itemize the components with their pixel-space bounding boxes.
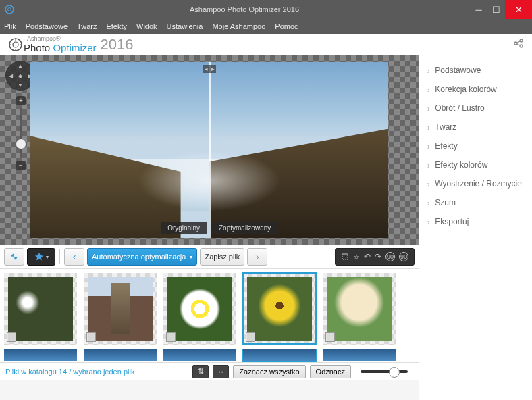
zoom-in-button[interactable]: + [16, 96, 26, 105]
thumbnail[interactable] [84, 349, 157, 361]
status-text: Pliki w katalogu 14 / wybrano jeden plik [5, 368, 134, 376]
thumbnail[interactable] [4, 273, 77, 345]
cat-eksportuj[interactable]: ›Eksportuj [419, 212, 532, 231]
save-file-button[interactable]: Zapisz plik [200, 248, 244, 266]
chevron-right-icon: › [427, 141, 429, 151]
svg-point-4 [514, 42, 517, 45]
svg-point-1 [8, 8, 11, 11]
cat-obrot[interactable]: ›Obrót / Lustro [419, 99, 532, 118]
cat-szum[interactable]: ›Szum [419, 193, 532, 212]
thumb-size-slider[interactable] [361, 370, 408, 373]
chevron-right-icon: › [427, 198, 429, 207]
zoom-out-button[interactable]: − [16, 161, 26, 170]
menu-podstawowe[interactable]: Podstawowe [26, 22, 68, 30]
chevron-right-icon: › [427, 84, 429, 94]
window-title: Ashampoo Photo Optimizer 2016 [19, 5, 470, 14]
zoom-handle[interactable] [16, 139, 26, 149]
thumbnail[interactable] [323, 349, 396, 361]
undo-icon[interactable]: ↶ [364, 252, 371, 261]
thumb-checkbox[interactable] [86, 332, 96, 342]
chevron-right-icon: › [427, 103, 429, 113]
cat-wyostrzenie[interactable]: ›Wyostrzenie / Rozmycie [419, 174, 532, 193]
rotate-right-icon[interactable]: 90 [399, 252, 408, 261]
logo-year: 2016 [101, 36, 134, 53]
cat-korekcja[interactable]: ›Korekcja kolorów [419, 80, 532, 99]
category-panel: ›Podstawowe ›Korekcja kolorów ›Obrót / L… [419, 55, 532, 400]
transform-toolbar[interactable]: ☆ ↶ ↷ 90 90 [335, 248, 415, 266]
favorite-button[interactable]: ▾ [27, 248, 55, 266]
thumbnail-selected[interactable] [243, 273, 316, 345]
svg-point-3 [13, 42, 18, 47]
resize-button[interactable]: ↔ [213, 365, 229, 378]
thumbnail[interactable] [163, 349, 236, 361]
prev-button[interactable]: ‹ [64, 248, 84, 266]
logo-icon [8, 37, 23, 52]
logo-brand: Ashampoo® [27, 36, 97, 42]
thumbnail[interactable] [323, 273, 396, 345]
cat-efekty[interactable]: ›Efekty [419, 136, 532, 155]
thumb-checkbox[interactable] [166, 332, 176, 342]
star-outline-icon[interactable]: ☆ [353, 253, 360, 261]
sort-button[interactable]: ⇅ [192, 365, 209, 378]
menubar: Plik Podstawowe Twarz Efekty Widok Ustaw… [0, 19, 532, 34]
thumb-checkbox[interactable] [325, 332, 335, 342]
deselect-button[interactable]: Odznacz [310, 365, 351, 378]
cat-podstawowe[interactable]: ›Podstawowe [419, 61, 532, 80]
thumbnail-strip-2 [0, 349, 419, 362]
thumbnail-strip [0, 269, 419, 349]
minimize-button[interactable]: ─ [470, 0, 487, 19]
select-all-button[interactable]: Zaznacz wszystko [233, 365, 305, 378]
crop-icon[interactable] [341, 253, 349, 261]
thumbnail[interactable] [163, 273, 236, 345]
svg-point-5 [520, 39, 523, 42]
close-button[interactable]: ✕ [505, 0, 532, 19]
rotate-left-icon[interactable]: 90 [385, 252, 395, 261]
zoom-slider[interactable]: + − [16, 96, 26, 170]
logo-product: Photo Optimizer [24, 42, 97, 53]
auto-optimize-button[interactable]: Automatyczna optymalizacja▾ [87, 248, 197, 266]
thumb-checkbox[interactable] [246, 332, 255, 342]
svg-point-6 [520, 45, 523, 47]
menu-efekty[interactable]: Efekty [106, 22, 127, 30]
chevron-right-icon: › [427, 160, 429, 170]
menu-ustawienia[interactable]: Ustawienia [167, 22, 203, 30]
chevron-right-icon: › [427, 122, 429, 132]
preview-image: ◂▸ Oryginalny Zoptymalizowany [30, 62, 388, 238]
image-viewer: ▲▼▶◀ + − ◂▸ Oryginalny Zoptymalizowany [0, 55, 419, 245]
chevron-right-icon: › [427, 217, 429, 226]
svg-rect-7 [342, 254, 348, 259]
menu-pomoc[interactable]: Pomoc [275, 22, 298, 30]
collapse-button[interactable] [4, 248, 24, 266]
svg-point-0 [5, 5, 14, 14]
menu-plik[interactable]: Plik [4, 22, 16, 30]
label-original: Oryginalny [161, 222, 207, 234]
redo-icon[interactable]: ↷ [375, 252, 381, 261]
chevron-right-icon: › [427, 179, 429, 189]
next-button[interactable]: › [247, 248, 267, 266]
maximize-button[interactable]: ☐ [487, 0, 505, 19]
thumbnail[interactable] [84, 273, 157, 345]
menu-twarz[interactable]: Twarz [77, 22, 97, 30]
compare-divider[interactable] [209, 62, 211, 238]
cat-efekty-kolorow[interactable]: ›Efekty kolorów [419, 155, 532, 174]
compare-handle[interactable]: ◂▸ [203, 65, 216, 73]
share-icon[interactable] [513, 38, 524, 51]
cat-twarz[interactable]: ›Twarz [419, 118, 532, 136]
menu-widok[interactable]: Widok [136, 22, 157, 30]
chevron-right-icon: › [427, 66, 429, 75]
thumbnail[interactable] [243, 349, 316, 361]
app-icon [0, 0, 19, 19]
thumb-checkbox[interactable] [7, 332, 16, 342]
label-optimized: Zoptymalizowany [212, 222, 277, 234]
thumbnail[interactable] [4, 349, 77, 361]
menu-moje-ashampoo[interactable]: Moje Ashampoo [212, 22, 265, 30]
